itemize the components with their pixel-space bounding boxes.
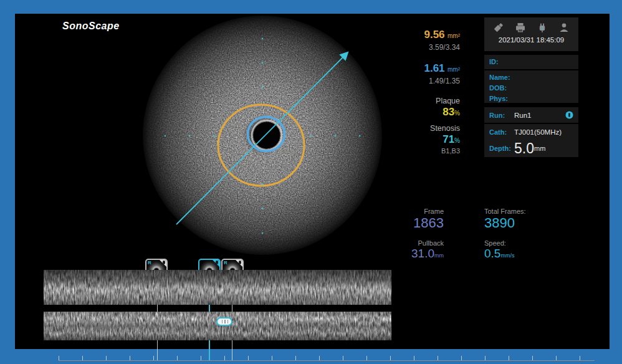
datetime-display: 2021/03/31 18:45:09 bbox=[484, 34, 578, 44]
vessel-area-unit: mm² bbox=[447, 32, 460, 39]
recording-marker: R bbox=[224, 260, 227, 266]
lumen-diameters: 1.49/1.35 bbox=[374, 77, 460, 85]
total-info-column: Total Frames: 3890 Speed: 0.5mm/s bbox=[484, 208, 578, 261]
depth-label: Depth: bbox=[489, 145, 514, 152]
speed-label: Speed: bbox=[484, 239, 578, 247]
user-icon[interactable] bbox=[558, 22, 570, 33]
plaque-label: Plaque bbox=[374, 97, 460, 105]
device-bezel: SonoScape bbox=[0, 0, 622, 364]
run-row[interactable]: Run: Run1 bbox=[484, 107, 578, 123]
usb-drive-icon[interactable] bbox=[493, 22, 504, 33]
plaque-number: 83 bbox=[443, 106, 454, 118]
catheter-lumen bbox=[254, 122, 280, 149]
lumen-area-value: 1.61 mm² bbox=[374, 62, 460, 75]
recording-marker: R bbox=[148, 260, 151, 266]
stenosis-value: 71% bbox=[374, 133, 460, 146]
bookmark-corner-dot bbox=[239, 261, 241, 264]
lumen-area-number: 1.61 bbox=[424, 62, 444, 74]
system-icons bbox=[484, 17, 578, 34]
brand-logo: SonoScape bbox=[62, 21, 120, 32]
plaque-value: 83% bbox=[374, 106, 460, 118]
vessel-area-number: 9.56 bbox=[424, 29, 444, 41]
patient-phys-label: Phys: bbox=[484, 93, 578, 104]
longitudinal-view-bottom[interactable] bbox=[44, 312, 391, 340]
pullback-ruler[interactable] bbox=[59, 360, 595, 361]
stenosis-number: 71 bbox=[443, 133, 454, 145]
plaque-unit: % bbox=[454, 110, 460, 117]
frame-number: 1863 bbox=[374, 215, 444, 231]
patient-name-label: Name: bbox=[484, 70, 578, 83]
lumen-area-unit: mm² bbox=[447, 66, 460, 73]
run-value: Run1 bbox=[514, 112, 532, 119]
main-display: SonoScape bbox=[15, 14, 610, 349]
ivus-cross-section-image[interactable] bbox=[141, 14, 384, 257]
run-lock-icon[interactable] bbox=[565, 111, 573, 119]
vessel-diameters: 3.59/3.34 bbox=[374, 43, 460, 52]
total-frames-number: 3890 bbox=[484, 215, 578, 231]
patient-info-panel[interactable]: ID: Name: DOB: Phys: bbox=[484, 55, 578, 103]
pullback-number: 31.0 bbox=[411, 247, 434, 260]
power-plug-icon[interactable] bbox=[537, 22, 548, 33]
pullback-unit: mm bbox=[434, 252, 444, 259]
total-frames-label: Total Frames: bbox=[484, 208, 578, 215]
run-label: Run: bbox=[489, 112, 514, 119]
depth-value: 5.0 bbox=[514, 140, 534, 157]
frame-position-slider[interactable] bbox=[216, 317, 232, 326]
frame-label: Frame bbox=[374, 208, 444, 215]
speed-value: 0.5mm/s bbox=[484, 247, 578, 261]
patient-dob-label: DOB: bbox=[484, 83, 578, 93]
speed-number: 0.5 bbox=[484, 247, 500, 260]
run-settings-panel: Run: Run1 Cath: TJ001(50MHz) Depth: 5.0m… bbox=[484, 107, 578, 157]
vessel-area-value: 9.56 mm² bbox=[374, 29, 460, 41]
catheter-row: Cath: TJ001(50MHz) bbox=[484, 124, 578, 140]
pullback-label: Pullback bbox=[374, 239, 444, 247]
pullback-value: 31.0mm bbox=[374, 247, 444, 261]
catheter-label: Cath: bbox=[489, 128, 514, 136]
depth-row: Depth: 5.0mm bbox=[484, 140, 578, 157]
longitudinal-view-top[interactable] bbox=[44, 270, 391, 305]
slider-grip bbox=[222, 320, 229, 323]
system-status-panel: 2021/03/31 18:45:09 bbox=[484, 17, 578, 51]
measurement-column: 9.56 mm² 3.59/3.34 1.61 mm² 1.49/1.35 Pl… bbox=[374, 14, 460, 155]
printer-icon[interactable] bbox=[515, 22, 526, 33]
stenosis-label: Stenosis bbox=[374, 124, 460, 133]
pullback-ruler-ticks bbox=[59, 356, 595, 360]
bookmark-corner-dot bbox=[163, 261, 165, 264]
stenosis-reference-bookmarks: B1,B3 bbox=[374, 147, 460, 155]
patient-id-label: ID: bbox=[484, 55, 578, 69]
speed-unit: mm/s bbox=[500, 252, 514, 259]
depth-unit: mm bbox=[534, 145, 545, 152]
stenosis-unit: % bbox=[454, 137, 460, 144]
bookmark-corner-dot bbox=[216, 261, 218, 264]
frame-info-column: Frame 1863 Pullback 31.0mm bbox=[374, 208, 444, 261]
catheter-value: TJ001(50MHz) bbox=[514, 128, 562, 136]
